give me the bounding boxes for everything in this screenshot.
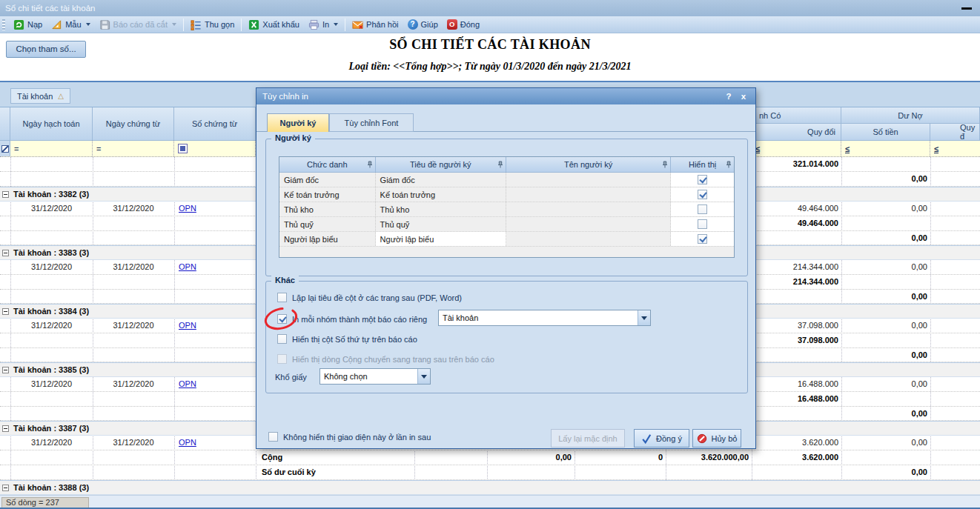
cell-ten-nguoi-ky[interactable] <box>506 202 671 216</box>
visibility-checkbox[interactable] <box>698 219 707 229</box>
toolbar-item-in[interactable]: In <box>304 17 342 33</box>
group-by-chip-label: Tài khoản <box>17 92 53 101</box>
cell-ten-nguoi-ky[interactable] <box>506 232 671 246</box>
dropdown-arrow-icon[interactable] <box>638 310 650 325</box>
column-group-header-phat-sinh-co[interactable]: nh Có <box>752 107 841 124</box>
signer-column-ten-nguoi-ky[interactable]: Tên người ký <box>506 157 671 172</box>
cell-quy-doi: 49.464.000 <box>752 216 838 230</box>
cell-so-chung-tu: OPN <box>174 202 256 216</box>
cell-ngay-hach-toan: 31/12/2020 <box>10 202 93 216</box>
collapse-icon[interactable] <box>2 250 9 256</box>
reset-default-button[interactable]: Lấy lại mặc định <box>551 429 625 448</box>
cell-chuc-danh[interactable]: Người lập biểu <box>279 232 376 246</box>
document-link[interactable]: OPN <box>179 204 196 213</box>
toolbar-item-dong[interactable]: Đóng <box>443 17 484 33</box>
cell-tieu-de[interactable]: Người lập biểu <box>376 232 506 246</box>
repeat-header-checkbox[interactable] <box>277 293 287 302</box>
document-link[interactable]: OPN <box>179 379 196 388</box>
toolbar-item-bao-cao-da-cat[interactable]: Báo cáo đã cắt <box>95 17 181 33</box>
column-header-ngay-chung-tu[interactable]: Ngày chứng từ <box>93 107 174 141</box>
signer-column-chuc-danh[interactable]: Chức danh <box>279 157 376 172</box>
signer-column-hien-thi[interactable]: Hiển thị <box>671 157 734 172</box>
column-group-header-du-no[interactable]: Dư Nợ <box>841 107 980 124</box>
column-header-quy-doi-2[interactable]: Quy đ <box>930 124 980 141</box>
show-stt-checkbox[interactable] <box>277 334 287 344</box>
signer-column-tieu-de[interactable]: Tiêu đề người ký <box>376 157 506 172</box>
cell-ten-nguoi-ky[interactable] <box>506 217 671 231</box>
minimize-button[interactable] <box>961 7 972 10</box>
filter-cell-ngay-hach-toan[interactable]: = <box>10 141 93 156</box>
cell-tieu-de[interactable]: Thủ quỹ <box>376 217 506 231</box>
filter-cell-quy-doi[interactable]: ≤ <box>752 141 841 156</box>
toolbar-item-mau[interactable]: Mẫu <box>47 17 94 33</box>
signer-row[interactable]: Thủ kho Thủ kho <box>279 202 734 217</box>
visibility-checkbox[interactable] <box>698 175 707 184</box>
document-link[interactable]: OPN <box>179 262 196 271</box>
toolbar-item-phan-hoi[interactable]: Phản hồi <box>348 17 403 33</box>
paper-size-dropdown[interactable]: Không chọn <box>320 368 431 385</box>
cell-ten-nguoi-ky[interactable] <box>506 173 671 187</box>
document-link[interactable]: OPN <box>179 438 196 447</box>
toolbar-item-thu-gon[interactable]: Thu gọn <box>186 17 239 33</box>
column-header-so-chung-tu[interactable]: Số chứng từ <box>174 107 256 141</box>
tab-nguoi-ky[interactable]: Người ký <box>267 113 329 132</box>
cell-hien-thi <box>671 173 734 187</box>
document-link[interactable]: OPN <box>179 321 196 330</box>
cell-tieu-de[interactable]: Thủ kho <box>376 202 506 216</box>
cell-ps-no-quy-doi: 0 <box>575 450 663 465</box>
dialog-close-button[interactable]: x <box>738 90 749 102</box>
table-row-so-du-cuoi-ky[interactable]: Số dư cuối kỳ 0,00 <box>0 465 980 480</box>
collapse-icon[interactable] <box>2 308 9 315</box>
group-by-chip-tai-khoan[interactable]: Tài khoản △ <box>10 88 70 104</box>
filter-cell-ngay-chung-tu[interactable]: = <box>93 141 174 156</box>
pin-icon <box>662 161 668 168</box>
signers-table: Chức danh Tiêu đề người ký Tên người ký … <box>279 156 735 258</box>
cancel-button[interactable]: Hủy bỏ <box>692 429 741 448</box>
cell-tieu-de[interactable]: Giám đốc <box>376 173 506 187</box>
signer-row[interactable]: Người lập biểu Người lập biểu <box>279 232 734 247</box>
cell-tieu-de[interactable]: Kế toán trưởng <box>376 187 506 202</box>
filter-cell-so-tien[interactable]: ≤ <box>841 141 930 156</box>
toolbar-grip[interactable] <box>2 19 5 30</box>
cell-chuc-danh[interactable]: Kế toán trưởng <box>279 187 376 202</box>
paper-size-label: Khổ giấy <box>275 373 307 382</box>
toolbar-item-giup[interactable]: Giúp <box>403 17 443 33</box>
dropdown-arrow-icon[interactable] <box>417 369 430 384</box>
column-header-so-tien[interactable]: Số tiền <box>841 124 930 141</box>
dialog-titlebar[interactable]: Tùy chỉnh in ? x <box>256 88 755 104</box>
tab-tuy-chinh-font[interactable]: Tùy chỉnh Font <box>329 113 414 132</box>
collapse-icon[interactable] <box>2 367 9 373</box>
ok-button[interactable]: Đồng ý <box>634 429 689 448</box>
toolbar: Nạp Mẫu Báo cáo đã cắt Thu gọn Xuất khẩu… <box>0 16 980 33</box>
collapse-icon[interactable] <box>2 191 9 198</box>
show-carry-checkbox[interactable] <box>277 354 287 364</box>
visibility-checkbox[interactable] <box>698 190 707 199</box>
column-header-quy-doi[interactable]: Quy đổi <box>752 124 841 141</box>
visibility-checkbox[interactable] <box>698 204 707 214</box>
filter-cell-quy-doi-2[interactable]: ≤ <box>930 141 980 156</box>
visibility-checkbox[interactable] <box>698 234 707 244</box>
cell-ten-nguoi-ky[interactable] <box>506 187 671 202</box>
print-each-group-checkbox[interactable] <box>277 314 287 324</box>
signer-row[interactable]: Kế toán trưởng Kế toán trưởng <box>279 187 734 202</box>
signer-row[interactable]: Thủ quỹ Thủ quỹ <box>279 217 734 232</box>
column-header-ngay-hach-toan[interactable]: Ngày hạch toán <box>10 107 93 141</box>
collapse-icon[interactable] <box>2 485 9 491</box>
filter-cell-so-chung-tu[interactable] <box>174 141 256 156</box>
dont-show-again-checkbox[interactable] <box>268 432 278 442</box>
signer-row[interactable]: Giám đốc Giám đốc <box>279 173 734 187</box>
cell-chuc-danh[interactable]: Thủ quỹ <box>279 217 376 231</box>
toolbar-item-label: In <box>322 20 329 29</box>
cell-chuc-danh[interactable]: Giám đốc <box>279 173 376 187</box>
cell-ngay-hach-toan: 31/12/2020 <box>10 377 93 391</box>
collapse-icon[interactable] <box>2 425 9 432</box>
group-field-dropdown[interactable]: Tài khoản <box>438 310 651 326</box>
cell-so-tien: 0,00 <box>841 231 927 244</box>
table-row-cong[interactable]: Cộng 0,00 0 3.620.000,00 3.620.000 <box>0 450 980 465</box>
cell-chuc-danh[interactable]: Thủ kho <box>279 202 376 216</box>
toolbar-item-xuat-khau[interactable]: Xuất khẩu <box>244 17 304 33</box>
dialog-help-button[interactable]: ? <box>723 90 735 102</box>
group-row-3388[interactable]: Tài khoản : 3388 (3) <box>0 480 980 495</box>
toolbar-item-nap[interactable]: Nạp <box>9 17 47 33</box>
filter-indicator-cell[interactable] <box>0 141 10 156</box>
